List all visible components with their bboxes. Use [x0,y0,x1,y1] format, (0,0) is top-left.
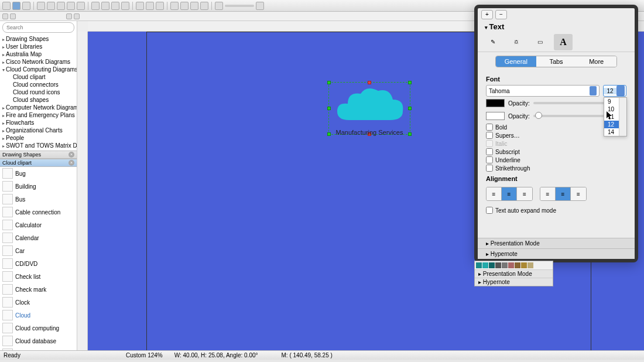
resize-handle[interactable] [408,81,412,84]
tree-item[interactable]: SWOT and TOWS Matrix Diagrams [0,142,77,149]
close-icon[interactable]: × [68,152,74,158]
resize-handle[interactable] [368,81,371,84]
dropdown-icon[interactable] [616,86,625,96]
tree-item[interactable]: Cloud Computing Diagrams [0,66,77,73]
shape-library-item[interactable]: Building [0,180,77,193]
presentation-mode-section[interactable]: Presentation Mode [478,238,635,248]
mini-hypernote[interactable]: Hypernote [475,278,553,286]
shape-library-item[interactable]: Cloud computing [0,322,77,334]
tool-fit[interactable] [190,2,198,10]
text-color-swatch[interactable] [486,99,505,107]
shape-library-item[interactable]: Check mark [0,283,77,296]
align-middle-button[interactable]: ≡ [556,187,571,200]
tab-tabs[interactable]: Tabs [536,56,577,67]
tree-item[interactable]: Drawing Shapes [0,35,77,43]
align-center-button[interactable]: ≡ [502,187,517,200]
font-size-select[interactable]: 910111214 [603,85,626,97]
tool-zoom-in[interactable] [170,2,179,10]
align-right-button[interactable]: ≡ [517,187,532,200]
panel-toggle-4[interactable] [74,13,80,19]
align-bottom-button[interactable]: ≡ [571,187,586,200]
checkbox[interactable] [486,156,493,163]
color-swatch[interactable] [482,262,488,268]
font-size-input[interactable] [604,88,616,94]
tab-general[interactable]: General [496,56,536,67]
panel-toggle-2[interactable] [10,13,16,19]
auto-expand-checkbox[interactable] [486,207,493,214]
search-box[interactable] [2,22,74,33]
section-header[interactable]: Cloud clipart× [0,159,77,167]
tool-line[interactable] [91,2,100,10]
shape-text-label[interactable]: Manufacturing Services [323,129,416,136]
tool-curve[interactable] [111,2,119,10]
checkbox[interactable] [486,124,493,131]
checkbox[interactable] [486,132,493,139]
inspector-title[interactable]: Text [478,21,635,32]
section-header[interactable]: Drawing Shapes× [0,151,77,159]
color-swatch[interactable] [521,262,527,268]
zoom-in-button[interactable]: + [481,10,493,19]
tree-item[interactable]: Fire and Emergency Plans [0,111,77,119]
tool-rect[interactable] [136,2,144,10]
hypernote-section[interactable]: Hypernote [478,248,635,259]
tool-redo[interactable] [47,2,55,10]
tool-print[interactable] [200,2,208,10]
zoom-out-button[interactable]: − [495,10,507,19]
tree-item[interactable]: Computer Network Diagrams [0,104,77,111]
checkbox[interactable] [486,148,493,155]
tool-arrow[interactable] [101,2,109,10]
bg-color-swatch[interactable] [486,112,505,120]
tree-item[interactable]: Australia Map [0,50,77,58]
shape-library-item[interactable]: Cloud [0,309,77,322]
shape-library-item[interactable]: Car [0,244,77,257]
align-left-button[interactable]: ≡ [487,187,502,200]
shape-library-item[interactable]: Bug [0,167,77,180]
resize-handle[interactable] [408,107,412,110]
resize-handle[interactable] [327,81,331,84]
shape-library-item[interactable]: Cloud database [0,334,77,347]
mini-presentation-mode[interactable]: Presentation Mode [475,269,553,278]
color-swatch[interactable] [502,262,508,268]
status-zoom[interactable]: Custom 124% [126,352,163,358]
tool-paste[interactable] [77,2,85,10]
zoom-slider[interactable] [225,5,254,7]
tool-hand[interactable] [22,2,30,10]
tool-copy[interactable] [67,2,75,10]
box-mode-icon[interactable]: ▭ [530,34,549,50]
tool-cut[interactable] [57,2,65,10]
resize-handle[interactable] [327,107,331,110]
tree-item[interactable]: Cloud shapes [0,96,77,104]
color-swatch[interactable] [527,262,533,268]
checkbox[interactable] [486,165,493,172]
tool-undo[interactable] [37,2,45,10]
tab-more[interactable]: More [576,56,616,67]
shape-library-item[interactable]: Check list [0,270,77,283]
tool-text[interactable] [156,2,164,10]
shape-library-item[interactable]: Calculator [0,218,77,231]
close-icon[interactable]: × [68,160,74,166]
shape-library-item[interactable]: CD/DVD [0,257,77,270]
text-mode-icon[interactable]: A [554,34,573,50]
tree-item[interactable]: Cloud clipart [0,73,77,81]
panel-toggle-1[interactable] [2,13,8,19]
fill-mode-icon[interactable]: ✎ [484,34,502,50]
tree-item[interactable]: Organizational Charts [0,127,77,134]
tool-zoom-out[interactable] [180,2,189,10]
tree-item[interactable]: Flowcharts [0,119,77,127]
tree-item[interactable]: People [0,134,77,142]
tool-pointer[interactable] [2,2,11,10]
shape-library-item[interactable]: Cloud hosting [0,347,77,350]
tool-select[interactable] [12,2,20,10]
search-input[interactable] [6,25,70,30]
color-swatch[interactable] [495,262,501,268]
scrollbar[interactable] [619,98,626,136]
shape-library-item[interactable]: Clock [0,296,77,309]
shape-library-item[interactable]: Bus [0,193,77,206]
shadow-mode-icon[interactable]: ⛭ [507,34,526,50]
tree-item[interactable]: User Libraries [0,43,77,50]
shape-library-item[interactable]: Calendar [0,231,77,244]
tree-item[interactable]: Cloud round icons [0,88,77,96]
color-swatch[interactable] [476,262,482,268]
align-top-button[interactable]: ≡ [540,187,556,200]
tool-ellipse[interactable] [146,2,154,10]
